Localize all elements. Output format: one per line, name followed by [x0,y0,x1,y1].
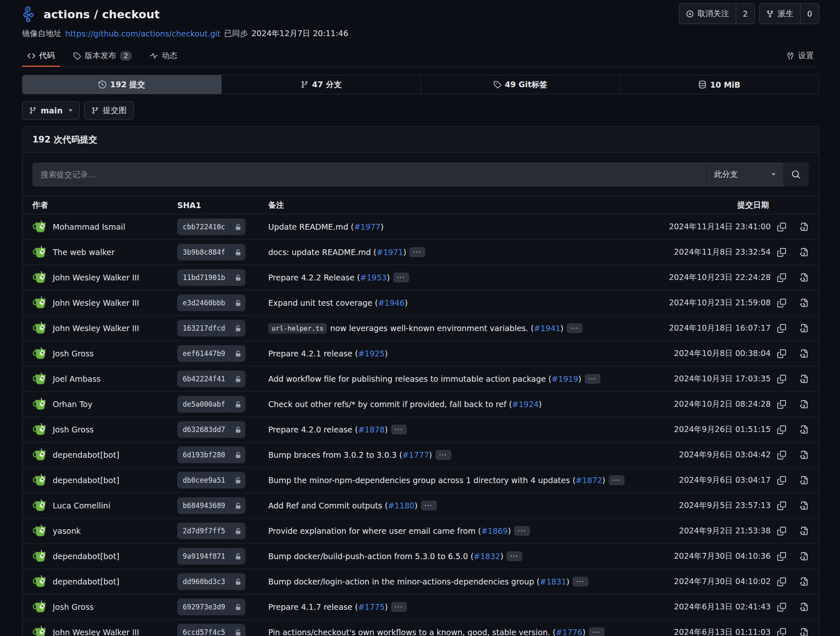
commit-graph-button[interactable]: 提交图 [84,101,134,120]
commit-message-text[interactable]: Expand unit test coverage (#1946) [268,298,408,307]
copy-sha-button[interactable] [771,223,792,231]
watchers-count[interactable]: 2 [736,4,754,24]
browse-source-button[interactable] [792,603,814,611]
copy-sha-button[interactable] [771,349,792,358]
copy-sha-button[interactable] [771,299,792,307]
commit-author[interactable]: John Wesley Walker III [53,273,139,282]
copy-sha-button[interactable] [771,248,792,257]
browse-source-button[interactable] [792,349,814,358]
expand-commit-message-button[interactable]: ··· [421,501,437,511]
commit-message-text[interactable]: Prepare 4.2.1 release (#1925) [268,349,388,358]
commit-sha-badge[interactable]: e3d2460bbb [177,295,245,311]
commit-message-text[interactable]: Prepare 4.1.7 release (#1775) [268,602,388,611]
issue-link[interactable]: #1953 [360,273,387,282]
commit-author[interactable]: Mohammad Ismail [53,222,125,231]
commit-search-input[interactable] [32,162,706,187]
commit-author[interactable]: Josh Gross [53,349,94,358]
issue-link[interactable]: #1180 [388,501,414,510]
expand-commit-message-button[interactable]: ··· [409,247,425,257]
expand-commit-message-button[interactable]: ··· [514,526,530,536]
copy-sha-button[interactable] [771,628,792,636]
commit-message-text[interactable]: Bump docker/build-push-action from 5.3.0… [268,552,503,561]
expand-commit-message-button[interactable]: ··· [589,627,605,636]
browse-source-button[interactable] [792,299,814,307]
commit-author[interactable]: yasonk [53,526,81,535]
commit-message-text[interactable]: Add workflow file for publishing release… [268,374,581,383]
commit-message-text[interactable]: Bump docker/login-action in the minor-ac… [268,577,569,586]
commit-author[interactable]: dependabot[bot] [53,577,119,586]
commit-author[interactable]: dependabot[bot] [53,476,119,485]
commit-message-text[interactable]: now leverages well-known environment var… [330,324,563,333]
commit-author[interactable]: Joel Ambass [53,374,100,383]
issue-link[interactable]: #1777 [402,450,429,459]
issue-link[interactable]: #1924 [512,400,539,409]
issue-link[interactable]: #1872 [576,476,602,485]
commit-sha-badge[interactable]: 9a9194f871 [177,548,245,565]
fork-button[interactable]: 派生 0 [759,3,819,24]
commit-message-text[interactable]: Check out other refs/* by commit if prov… [268,400,542,409]
unwatch-button[interactable]: 取消关注 2 [679,3,755,24]
commit-sha-badge[interactable]: 3b9b8c884f [177,244,245,260]
browse-source-button[interactable] [792,223,814,231]
issue-link[interactable]: #1941 [534,324,561,333]
stat-branches[interactable]: 47 分支 [222,75,421,94]
tab-settings[interactable]: 设置 [781,45,819,66]
commit-author[interactable]: John Wesley Walker III [53,298,139,307]
issue-link[interactable]: #1831 [540,577,566,586]
expand-commit-message-button[interactable]: ··· [393,273,409,282]
commit-message-text[interactable]: Add Ref and Commit outputs (#1180) [268,501,418,510]
commit-message-text[interactable]: Provide explanation for where user email… [268,526,511,535]
commit-author[interactable]: Josh Gross [53,602,94,611]
commit-sha-badge[interactable]: d632683dd7 [177,421,245,438]
issue-link[interactable]: #1977 [354,222,380,231]
commit-author[interactable]: John Wesley Walker III [53,628,139,636]
commit-sha-badge[interactable]: cbb722410c [177,219,245,235]
expand-commit-message-button[interactable]: ··· [436,450,451,460]
copy-sha-button[interactable] [771,527,792,535]
expand-commit-message-button[interactable]: ··· [391,602,407,612]
commit-sha-badge[interactable]: 2d7d9f7ff5 [177,523,245,539]
issue-link[interactable]: #1776 [556,628,582,636]
commit-author[interactable]: John Wesley Walker III [53,324,139,333]
browse-source-button[interactable] [792,273,814,282]
branch-filter-select[interactable]: 此分支 [706,162,783,187]
stat-size[interactable]: 10 MiB [620,75,819,94]
commit-sha-badge[interactable]: b684943689 [177,497,245,514]
browse-source-button[interactable] [792,400,814,409]
commit-message-text[interactable]: Prepare 4.2.0 release (#1878) [268,425,388,434]
commit-author[interactable]: dependabot[bot] [53,450,119,459]
commit-sha-badge[interactable]: 6ccd57f4c5 [177,624,245,636]
commit-author[interactable]: Luca Comellini [53,501,110,510]
commit-message-text[interactable]: Update README.md (#1977) [268,222,384,231]
commit-author[interactable]: Josh Gross [53,425,94,434]
tab-releases[interactable]: 版本发布 2 [68,45,137,66]
expand-commit-message-button[interactable]: ··· [567,323,583,333]
commit-message-text[interactable]: Pin actions/checkout's own workflows to … [268,628,585,636]
commit-message-text[interactable]: docs: update README.md (#1971) [268,248,406,257]
commit-sha-badge[interactable]: db0cee9a51 [177,472,245,489]
issue-link[interactable]: #1946 [378,298,404,307]
commit-message-text[interactable]: Prepare 4.2.2 Release (#1953) [268,273,390,282]
copy-sha-button[interactable] [771,324,792,333]
browse-source-button[interactable] [792,501,814,510]
commit-author[interactable]: Orhan Toy [53,400,92,409]
expand-commit-message-button[interactable]: ··· [391,425,407,435]
commit-sha-badge[interactable]: 11bd71901b [177,269,245,286]
commit-message-text[interactable]: Bump braces from 3.0.2 to 3.0.3 (#1777) [268,450,432,459]
copy-sha-button[interactable] [771,577,792,586]
forks-count[interactable]: 0 [800,4,819,24]
copy-sha-button[interactable] [771,425,792,434]
browse-source-button[interactable] [792,324,814,333]
commit-sha-badge[interactable]: 163217dfcd [177,320,245,336]
issue-link[interactable]: #1832 [474,552,500,561]
tab-code[interactable]: 代码 [22,45,60,66]
browse-source-button[interactable] [792,451,814,459]
expand-commit-message-button[interactable]: ··· [609,475,624,485]
browse-source-button[interactable] [792,577,814,586]
copy-sha-button[interactable] [771,273,792,282]
issue-link[interactable]: #1878 [358,425,384,434]
copy-sha-button[interactable] [771,451,792,459]
copy-sha-button[interactable] [771,603,792,611]
commit-sha-badge[interactable]: 692973e3d9 [177,599,245,615]
commit-message-text[interactable]: Bump the minor-npm-dependencies group ac… [268,476,605,485]
